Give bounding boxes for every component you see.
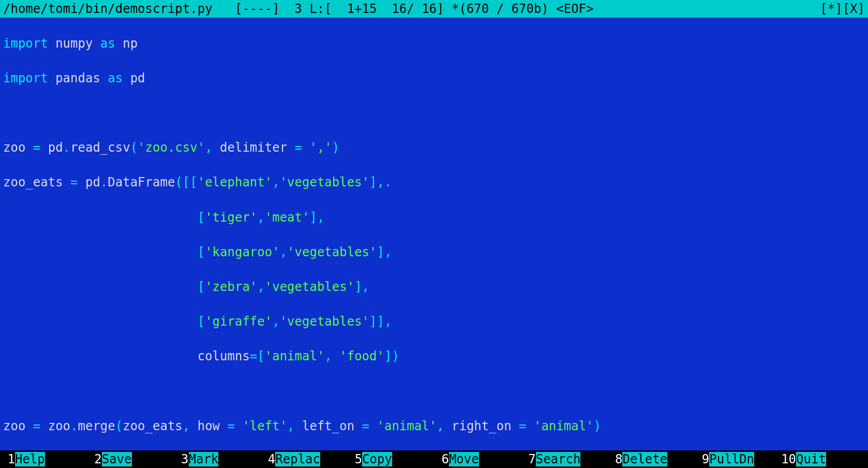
- title-bar: /home/tomi/bin/demoscript.py [----] 3 L:…: [0, 0, 868, 18]
- code-line: zoo_eats = pd.DataFrame([['elephant','ve…: [3, 174, 865, 192]
- fkey-search[interactable]: 7Search: [521, 450, 608, 468]
- fkey-save[interactable]: 2Save: [87, 450, 174, 468]
- code-line: ['kangaroo','vegetables'],: [3, 244, 865, 261]
- fkey-copy[interactable]: 5Copy: [347, 450, 434, 468]
- code-line: import numpy as np: [3, 35, 865, 53]
- fkey-delete[interactable]: 8Delete: [608, 450, 695, 468]
- function-key-bar: 1Help 2Save 3Mark 4Replac 5Copy 6Move 7S…: [0, 450, 868, 468]
- fkey-quit[interactable]: 10Quit: [781, 450, 868, 468]
- fkey-pulldown[interactable]: 9PullDn: [694, 450, 781, 468]
- code-line: [3, 105, 865, 122]
- fkey-move[interactable]: 6Move: [434, 450, 521, 468]
- file-path-status: /home/tomi/bin/demoscript.py [----] 3 L:…: [3, 0, 594, 18]
- code-line: [3, 383, 865, 400]
- code-line: columns=['animal', 'food']): [3, 348, 865, 365]
- code-line: import pandas as pd: [3, 70, 865, 87]
- title-bar-right: [*][X]: [820, 0, 865, 18]
- fkey-help[interactable]: 1Help: [0, 450, 87, 468]
- editor-area[interactable]: import numpy as np import pandas as pd z…: [0, 18, 868, 450]
- fkey-mark[interactable]: 3Mark: [174, 450, 261, 468]
- code-line: zoo = pd.read_csv('zoo.csv', delimiter =…: [3, 139, 865, 157]
- code-line: zoo = zoo.merge(zoo_eats, how = 'left', …: [3, 418, 865, 435]
- fkey-replace[interactable]: 4Replac: [260, 450, 347, 468]
- code-line: ['tiger','meat'],: [3, 209, 865, 227]
- code-line: ['giraffe','vegetables']],: [3, 313, 865, 331]
- code-line: ['zebra','vegetables'],: [3, 279, 865, 296]
